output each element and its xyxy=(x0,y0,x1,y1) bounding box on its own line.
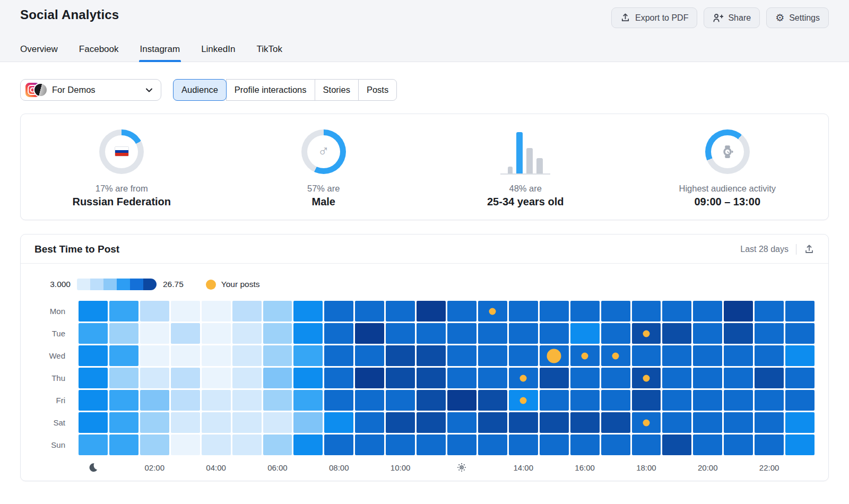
toolbar-button-settings[interactable]: ⚙Settings xyxy=(766,7,829,28)
heatmap-cell[interactable] xyxy=(324,301,353,321)
heatmap-cell[interactable] xyxy=(202,345,231,366)
heatmap-cell[interactable] xyxy=(570,301,600,321)
heatmap-cell[interactable] xyxy=(232,368,262,388)
heatmap-cell[interactable] xyxy=(263,368,292,388)
heatmap-cell[interactable] xyxy=(509,412,538,433)
heatmap-cell[interactable] xyxy=(447,412,477,433)
heatmap-cell[interactable] xyxy=(355,390,384,411)
heatmap-cell[interactable] xyxy=(478,345,507,366)
heatmap-cell[interactable] xyxy=(417,323,446,344)
heatmap-cell[interactable] xyxy=(540,323,569,344)
heatmap-cell[interactable] xyxy=(232,390,262,411)
heatmap-cell[interactable] xyxy=(540,301,569,321)
heatmap-cell[interactable] xyxy=(447,435,477,455)
your-post-marker[interactable] xyxy=(643,330,649,337)
heatmap-cell[interactable] xyxy=(632,345,661,366)
heatmap-cell[interactable] xyxy=(570,323,600,344)
heatmap-cell[interactable] xyxy=(478,323,507,344)
heatmap-cell[interactable] xyxy=(601,435,630,455)
your-post-marker[interactable] xyxy=(643,375,649,381)
heatmap-cell[interactable] xyxy=(202,301,231,321)
your-post-marker[interactable] xyxy=(489,308,496,315)
view-tab-profile-interactions[interactable]: Profile interactions xyxy=(226,79,315,101)
heatmap-cell[interactable] xyxy=(478,301,507,321)
heatmap-cell[interactable] xyxy=(755,435,784,455)
heatmap-cell[interactable] xyxy=(324,412,353,433)
heatmap-cell[interactable] xyxy=(140,390,169,411)
heatmap-cell[interactable] xyxy=(263,323,292,344)
view-tab-audience[interactable]: Audience xyxy=(173,79,227,101)
heatmap-cell[interactable] xyxy=(232,435,262,455)
heatmap-cell[interactable] xyxy=(755,301,784,321)
heatmap-cell[interactable] xyxy=(447,368,477,388)
heatmap-cell[interactable] xyxy=(724,435,753,455)
heatmap-cell[interactable] xyxy=(355,345,384,366)
heatmap-cell[interactable] xyxy=(509,323,538,344)
heatmap-cell[interactable] xyxy=(662,390,691,411)
heatmap-cell[interactable] xyxy=(509,368,538,388)
your-post-marker[interactable] xyxy=(520,397,527,404)
heatmap-cell[interactable] xyxy=(386,435,415,455)
heatmap-cell[interactable] xyxy=(79,323,108,344)
heatmap-cell[interactable] xyxy=(232,323,262,344)
heatmap-cell[interactable] xyxy=(693,435,722,455)
heatmap-cell[interactable] xyxy=(109,412,138,433)
heatmap-cell[interactable] xyxy=(570,435,600,455)
heatmap-cell[interactable] xyxy=(662,368,691,388)
heatmap-cell[interactable] xyxy=(263,412,292,433)
heatmap-cell[interactable] xyxy=(79,345,108,366)
heatmap-cell[interactable] xyxy=(232,345,262,366)
heatmap-cell[interactable] xyxy=(540,412,569,433)
heatmap-cell[interactable] xyxy=(293,323,323,344)
heatmap-cell[interactable] xyxy=(693,323,722,344)
tab-linkedin[interactable]: LinkedIn xyxy=(201,44,235,62)
heatmap-cell[interactable] xyxy=(755,345,784,366)
heatmap-cell[interactable] xyxy=(263,345,292,366)
heatmap-cell[interactable] xyxy=(417,345,446,366)
heatmap-cell[interactable] xyxy=(662,301,691,321)
heatmap-cell[interactable] xyxy=(324,435,353,455)
heatmap-cell[interactable] xyxy=(785,368,815,388)
heatmap-cell[interactable] xyxy=(540,435,569,455)
heatmap-cell[interactable] xyxy=(601,323,630,344)
heatmap-cell[interactable] xyxy=(293,345,323,366)
heatmap-cell[interactable] xyxy=(140,368,169,388)
heatmap-cell[interactable] xyxy=(724,390,753,411)
heatmap-cell[interactable] xyxy=(293,435,323,455)
heatmap-cell[interactable] xyxy=(570,412,600,433)
heatmap-cell[interactable] xyxy=(202,368,231,388)
heatmap-cell[interactable] xyxy=(171,345,200,366)
heatmap-cell[interactable] xyxy=(540,390,569,411)
account-selector[interactable]: For Demos xyxy=(20,79,161,101)
heatmap-cell[interactable] xyxy=(324,390,353,411)
heatmap-cell[interactable] xyxy=(293,390,323,411)
heatmap-cell[interactable] xyxy=(109,345,138,366)
heatmap-cell[interactable] xyxy=(785,301,815,321)
heatmap-cell[interactable] xyxy=(202,412,231,433)
heatmap-cell[interactable] xyxy=(478,390,507,411)
heatmap-cell[interactable] xyxy=(79,412,108,433)
heatmap-cell[interactable] xyxy=(293,412,323,433)
heatmap-cell[interactable] xyxy=(509,301,538,321)
heatmap-cell[interactable] xyxy=(263,301,292,321)
heatmap-cell[interactable] xyxy=(386,323,415,344)
heatmap-cell[interactable] xyxy=(355,323,384,344)
heatmap-cell[interactable] xyxy=(570,368,600,388)
heatmap-cell[interactable] xyxy=(324,368,353,388)
heatmap-cell[interactable] xyxy=(724,412,753,433)
heatmap-cell[interactable] xyxy=(355,368,384,388)
heatmap-cell[interactable] xyxy=(570,390,600,411)
heatmap-cell[interactable] xyxy=(79,390,108,411)
heatmap-cell[interactable] xyxy=(171,301,200,321)
heatmap-cell[interactable] xyxy=(324,323,353,344)
heatmap-cell[interactable] xyxy=(109,323,138,344)
heatmap-cell[interactable] xyxy=(509,345,538,366)
heatmap-cell[interactable] xyxy=(109,301,138,321)
heatmap-cell[interactable] xyxy=(509,390,538,411)
heatmap-cell[interactable] xyxy=(202,435,231,455)
heatmap-cell[interactable] xyxy=(724,368,753,388)
heatmap-cell[interactable] xyxy=(662,412,691,433)
heatmap-cell[interactable] xyxy=(724,301,753,321)
heatmap-cell[interactable] xyxy=(447,390,477,411)
heatmap-cell[interactable] xyxy=(478,368,507,388)
